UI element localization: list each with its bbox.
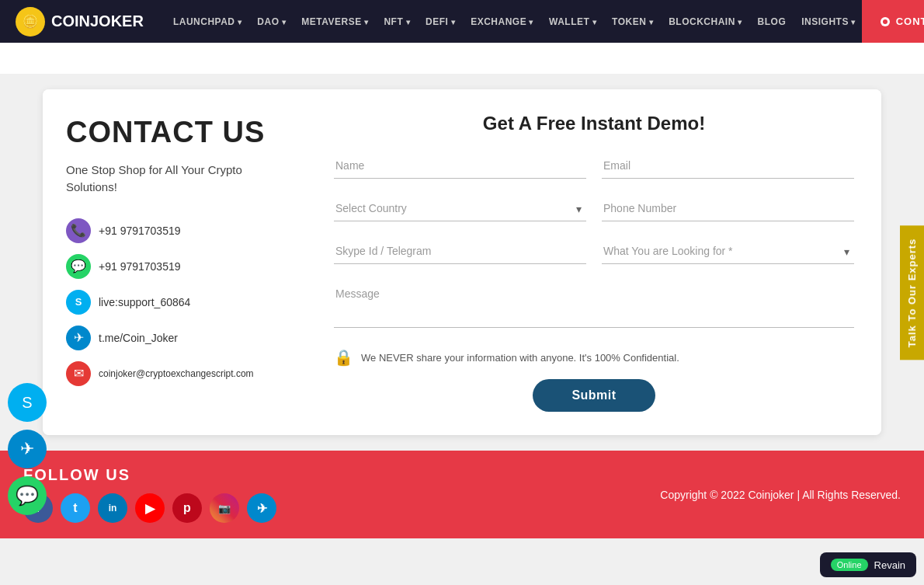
phone-number[interactable]: +91 9791703519 bbox=[99, 225, 181, 237]
skype-id[interactable]: live:support_60864 bbox=[99, 296, 190, 308]
confidential-row: 🔒 We NEVER share your information with a… bbox=[334, 348, 854, 367]
name-group bbox=[334, 153, 586, 179]
telegram-footer-icon[interactable]: ✈ bbox=[247, 493, 276, 523]
revain-label: Revain bbox=[874, 559, 905, 571]
twitter-icon[interactable]: t bbox=[61, 493, 90, 523]
nav-insights[interactable]: INSIGHTS bbox=[795, 12, 861, 32]
phone-icon: 📞 bbox=[66, 218, 91, 243]
country-select-wrapper: Select Country bbox=[334, 196, 586, 221]
nav-defi[interactable]: DEFI bbox=[419, 12, 461, 32]
skype-input[interactable] bbox=[334, 239, 586, 264]
form-row-4 bbox=[334, 281, 854, 340]
copyright-text: Copyright © 2022 Coinjoker | All Rights … bbox=[660, 489, 901, 501]
country-group: Select Country bbox=[334, 196, 586, 221]
left-panel: CONTACT US One Stop Shop for All Your Cr… bbox=[43, 89, 307, 435]
email-input[interactable] bbox=[602, 153, 854, 179]
online-badge: Online bbox=[831, 559, 868, 571]
navbar-contact-button[interactable]: CONTACT US bbox=[862, 0, 924, 43]
lock-icon: 🔒 bbox=[334, 348, 353, 367]
contact-dot-icon bbox=[881, 17, 890, 26]
name-input[interactable] bbox=[334, 153, 586, 179]
nav-blockchain[interactable]: BLOCKCHAIN bbox=[662, 12, 748, 32]
follow-title: FOLLOW US bbox=[23, 466, 276, 484]
right-panel: Get A Free Instant Demo! Select Country bbox=[307, 89, 881, 435]
contact-subtitle: One Stop Shop for All Your Crypto Soluti… bbox=[66, 162, 283, 197]
linkedin-icon[interactable]: in bbox=[98, 493, 127, 523]
looking-for-group: What You are Looking for * bbox=[602, 239, 854, 264]
social-icons: f t in ▶ p 📷 ✈ bbox=[23, 493, 276, 523]
skype-info: S live:support_60864 bbox=[66, 290, 283, 315]
message-group bbox=[334, 281, 854, 328]
form-row-1 bbox=[334, 153, 854, 191]
navbar-contact-label: CONTACT US bbox=[896, 16, 924, 27]
message-input[interactable] bbox=[334, 281, 854, 328]
nav-links: LAUNCHPAD DAO METAVERSE NFT DEFI EXCHANG… bbox=[167, 12, 862, 32]
breadcrumb-area bbox=[0, 43, 924, 74]
nav-nft[interactable]: NFT bbox=[377, 12, 416, 32]
telegram-icon: ✈ bbox=[66, 326, 91, 350]
logo-icon: 🪙 bbox=[16, 7, 45, 37]
pinterest-icon[interactable]: p bbox=[172, 493, 202, 523]
skype-group bbox=[334, 239, 586, 264]
float-telegram-button[interactable]: ✈ bbox=[8, 430, 47, 468]
form-row-3: What You are Looking for * bbox=[334, 239, 854, 277]
brand-name: COINJOKER bbox=[51, 12, 144, 30]
nav-wallet[interactable]: WALLET bbox=[543, 12, 603, 32]
form-row-2: Select Country bbox=[334, 196, 854, 234]
float-whatsapp-button[interactable]: 💬 bbox=[8, 476, 47, 515]
nav-blog[interactable]: BLOG bbox=[752, 12, 793, 32]
confidential-text: We NEVER share your information with any… bbox=[361, 352, 679, 364]
youtube-icon[interactable]: ▶ bbox=[135, 493, 165, 523]
phone-group bbox=[602, 196, 854, 221]
telegram-info: ✈ t.me/Coin_Joker bbox=[66, 326, 283, 350]
email-group bbox=[602, 153, 854, 179]
nav-metaverse[interactable]: METAVERSE bbox=[295, 12, 374, 32]
whatsapp-info: 💬 +91 9791703519 bbox=[66, 254, 283, 279]
looking-for-wrapper: What You are Looking for * bbox=[602, 239, 854, 264]
contact-card: CONTACT US One Stop Shop for All Your Cr… bbox=[43, 89, 881, 435]
nav-exchange[interactable]: EXCHANGE bbox=[464, 12, 540, 32]
float-skype-button[interactable]: S bbox=[8, 383, 47, 422]
whatsapp-icon: 💬 bbox=[66, 254, 91, 279]
follow-section: FOLLOW US f t in ▶ p 📷 ✈ bbox=[23, 466, 276, 523]
instagram-icon[interactable]: 📷 bbox=[210, 493, 239, 523]
looking-for-select[interactable]: What You are Looking for * bbox=[602, 239, 854, 264]
mail-info: ✉ coinjoker@cryptoexchangescript.com bbox=[66, 361, 283, 386]
mail-icon: ✉ bbox=[66, 361, 91, 386]
submit-button[interactable]: Submit bbox=[533, 379, 655, 412]
talk-to-experts-sidebar[interactable]: Talk To Our Experts bbox=[900, 225, 924, 360]
revain-chat-widget[interactable]: Online Revain bbox=[820, 552, 916, 577]
phone-input[interactable] bbox=[602, 196, 854, 221]
email-address[interactable]: coinjoker@cryptoexchangescript.com bbox=[99, 368, 254, 379]
contact-title: CONTACT US bbox=[66, 117, 283, 149]
nav-launchpad[interactable]: LAUNCHPAD bbox=[167, 12, 248, 32]
nav-token[interactable]: TOKEN bbox=[606, 12, 659, 32]
telegram-link[interactable]: t.me/Coin_Joker bbox=[99, 332, 178, 344]
country-select[interactable]: Select Country bbox=[334, 196, 586, 221]
form-title: Get A Free Instant Demo! bbox=[334, 113, 854, 134]
navbar: 🪙 COINJOKER LAUNCHPAD DAO METAVERSE NFT … bbox=[0, 0, 924, 43]
brand-logo[interactable]: 🪙 COINJOKER bbox=[16, 7, 144, 37]
footer: FOLLOW US f t in ▶ p 📷 ✈ Copyright © 202… bbox=[0, 451, 924, 538]
skype-icon: S bbox=[66, 290, 91, 315]
phone-info: 📞 +91 9791703519 bbox=[66, 218, 283, 243]
nav-dao[interactable]: DAO bbox=[251, 12, 292, 32]
whatsapp-number[interactable]: +91 9791703519 bbox=[99, 260, 181, 273]
main-content: CONTACT US One Stop Shop for All Your Cr… bbox=[0, 74, 924, 451]
